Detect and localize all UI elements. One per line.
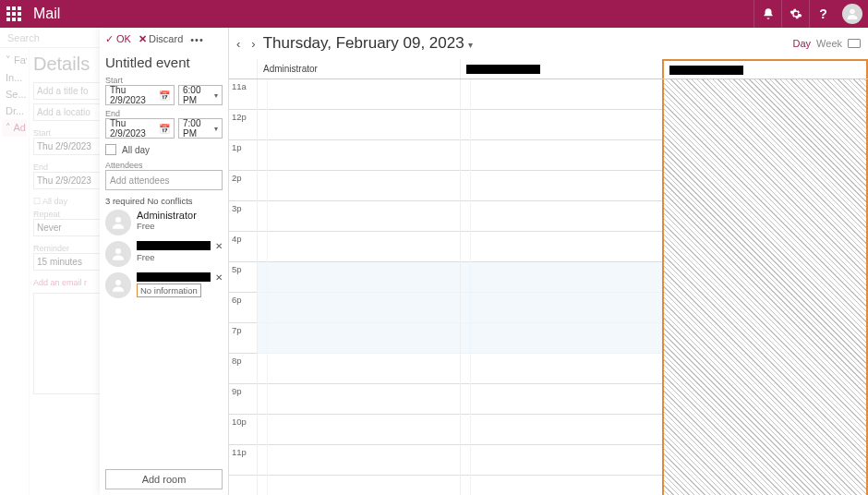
notifications-button[interactable] [753, 0, 781, 28]
required-summary: 3 required No conflicts [105, 196, 223, 206]
calendar-column-header [460, 59, 663, 78]
user-avatar[interactable] [842, 4, 862, 24]
end-time-select[interactable]: 7:00 PM▾ [178, 118, 223, 139]
svg-point-2 [115, 248, 121, 254]
hour-label: 12p [229, 110, 257, 139]
help-button[interactable]: ? [809, 0, 837, 28]
hour-label: 3p [229, 201, 257, 231]
hour-label: 6p [229, 293, 257, 322]
calendar-column[interactable] [257, 79, 460, 495]
print-icon[interactable] [848, 39, 861, 48]
attendee-name [137, 241, 211, 250]
attendees-input[interactable]: Add attendees [105, 170, 223, 190]
attendee-name [137, 272, 211, 282]
start-time-select[interactable]: 6:00 PM▾ [178, 85, 223, 105]
svg-point-1 [115, 217, 121, 223]
attendee-row: No information✕ [105, 272, 223, 298]
end-label: End [105, 109, 223, 118]
hour-label: 2p [229, 171, 257, 200]
remove-attendee-button[interactable]: ✕ [215, 241, 223, 251]
hour-label: 11a [229, 79, 257, 109]
hour-label: 7p [229, 323, 257, 353]
svg-point-3 [115, 280, 121, 285]
calendar-column-header: Administrator [257, 59, 460, 78]
hour-label: 4p [229, 232, 257, 261]
attendee-status: Free [137, 252, 223, 262]
hour-label: 5p [229, 262, 257, 292]
attendee-status: No information [137, 284, 201, 297]
person-avatar-icon [105, 210, 131, 235]
app-title: Mail [28, 6, 60, 22]
more-actions-button[interactable]: ••• [190, 34, 204, 45]
end-date-input[interactable]: Thu 2/9/2023📅 [105, 118, 175, 139]
app-launcher[interactable] [0, 6, 28, 21]
chevron-down-icon: ▾ [468, 40, 473, 50]
hour-label: 9p [229, 384, 257, 414]
scheduling-panel: ✓ OK ✕Discard ••• Untitled event Start T… [100, 28, 229, 495]
settings-button[interactable] [781, 0, 809, 28]
start-date-input[interactable]: Thu 2/9/2023📅 [105, 85, 175, 105]
chevron-down-icon: ▾ [214, 91, 218, 100]
event-title: Untitled event [105, 54, 223, 70]
attendee-row: Free✕ [105, 241, 223, 267]
next-day-button[interactable]: › [251, 37, 255, 51]
hour-label: 8p [229, 354, 257, 383]
all-day-toggle[interactable]: All day [105, 144, 223, 155]
view-week[interactable]: Week [816, 38, 842, 49]
attendee-name: Administrator [137, 210, 223, 221]
ok-button[interactable]: ✓ OK [105, 33, 131, 45]
view-day[interactable]: Day [793, 38, 812, 49]
attendees-label: Attendees [105, 161, 223, 170]
svg-point-0 [850, 9, 854, 14]
calendar-column[interactable] [460, 79, 663, 495]
prev-day-button[interactable]: ‹ [236, 37, 240, 51]
calendar-panel: ‹ › Thursday, February 09, 2023▾ Day Wee… [229, 28, 868, 495]
calendar-date-picker[interactable]: Thursday, February 09, 2023▾ [263, 34, 473, 53]
discard-button[interactable]: ✕Discard [139, 33, 183, 45]
hour-label: 11p [229, 445, 257, 475]
calendar-column[interactable] [662, 79, 868, 495]
checkbox-icon [105, 144, 116, 155]
calendar-icon: 📅 [159, 91, 170, 101]
hour-label: 1p [229, 140, 257, 170]
person-avatar-icon [105, 272, 131, 298]
top-bar: Mail ? [0, 0, 868, 28]
calendar-column-header [662, 59, 868, 78]
attendee-row: AdministratorFree [105, 210, 223, 235]
person-avatar-icon [105, 241, 131, 267]
hour-label: 10p [229, 415, 257, 444]
add-room-button[interactable]: Add room [105, 469, 223, 489]
calendar-icon: 📅 [159, 124, 170, 134]
attendee-status: Free [137, 221, 223, 231]
remove-attendee-button[interactable]: ✕ [215, 272, 223, 283]
chevron-down-icon: ▾ [214, 125, 218, 133]
start-label: Start [105, 76, 223, 85]
